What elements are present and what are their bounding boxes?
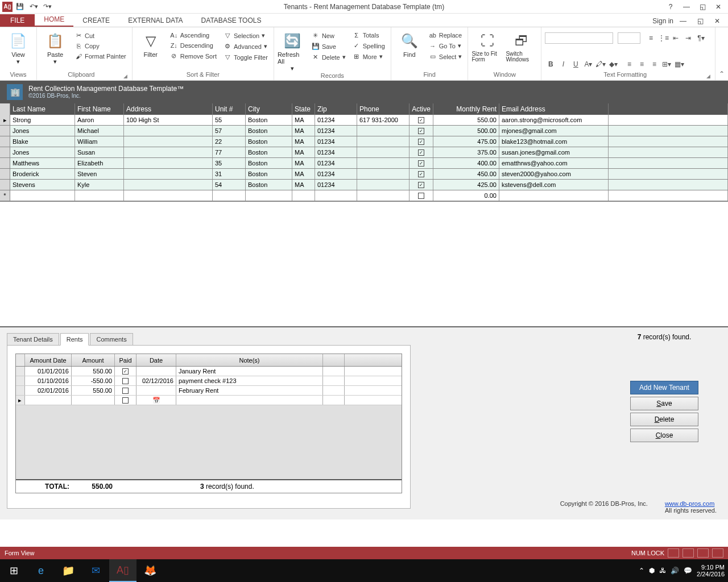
save-button[interactable]: Save <box>630 397 698 410</box>
tab-create[interactable]: CREATE <box>73 14 119 27</box>
gridlines-icon[interactable]: ⊞▾ <box>661 59 672 69</box>
rentcol-notes[interactable]: Note(s) <box>176 354 323 366</box>
tab-file[interactable]: FILE <box>0 14 35 27</box>
filter-button[interactable]: ▽Filter <box>136 31 166 58</box>
clock[interactable]: 9:10 PM 2/24/2016 <box>697 564 725 577</box>
col-city[interactable]: City <box>246 103 292 115</box>
checkbox-icon[interactable]: ✓ <box>418 149 424 156</box>
italic-icon[interactable]: I <box>557 59 569 69</box>
bold-icon[interactable]: B <box>545 59 556 69</box>
restore-icon[interactable]: ◱ <box>695 1 710 13</box>
tab-home[interactable]: HOME <box>35 13 73 27</box>
checkbox-icon[interactable]: ✓ <box>418 182 424 188</box>
col-state[interactable]: State <box>292 103 315 115</box>
col-unit[interactable]: Unit # <box>213 103 246 115</box>
checkbox-icon[interactable]: ✓ <box>418 171 424 177</box>
align-right-icon[interactable]: ≡ <box>648 59 660 69</box>
format-painter-button[interactable]: 🖌Format Painter <box>72 52 129 61</box>
rent-row[interactable]: 01/10/2016-550.0002/12/2016payment check… <box>16 376 402 386</box>
redo-icon[interactable]: ↷▾ <box>41 1 53 13</box>
tenant-row[interactable]: JonesMichael57BostonMA01234✓500.00mjones… <box>0 126 728 136</box>
save-record-button[interactable]: 💾Save <box>309 41 348 51</box>
col-lastname[interactable]: Last Name <box>10 103 75 115</box>
tab-comments[interactable]: Comments <box>90 333 133 346</box>
mdi-minimize-icon[interactable]: — <box>676 15 690 27</box>
selection-button[interactable]: ▽Selection▾ <box>221 31 270 40</box>
sign-in-link[interactable]: Sign in <box>652 17 673 25</box>
form-view-icon[interactable] <box>668 548 679 558</box>
volume-icon[interactable]: 🔊 <box>671 567 679 575</box>
spelling-button[interactable]: ✓Spelling <box>350 41 387 51</box>
checkbox-icon[interactable]: ✓ <box>418 160 424 167</box>
text-direction-icon[interactable]: ¶▾ <box>695 33 706 43</box>
rent-new-row[interactable]: ▸ 📅 <box>16 396 402 405</box>
fill-color-icon[interactable]: ◆▾ <box>607 59 619 69</box>
checkbox-icon[interactable]: ✓ <box>418 139 424 145</box>
close-button[interactable]: Close <box>630 429 698 442</box>
checkbox-icon[interactable] <box>122 378 129 384</box>
tab-rents[interactable]: Rents <box>60 333 89 346</box>
access-icon[interactable]: A▯ <box>109 559 136 582</box>
font-size-select[interactable] <box>618 32 640 44</box>
copy-button[interactable]: ⎘Copy <box>72 41 129 51</box>
rent-row[interactable]: 02/01/2016550.00February Rent <box>16 386 402 396</box>
dropbox-icon[interactable]: ⬢ <box>649 567 655 575</box>
clipboard-launcher-icon[interactable]: ◢ <box>122 73 129 79</box>
collapse-ribbon-icon[interactable]: ⌃ <box>715 27 728 80</box>
font-name-select[interactable] <box>545 32 613 44</box>
align-center-icon[interactable]: ≡ <box>636 59 647 69</box>
checkbox-icon[interactable] <box>122 388 129 394</box>
close-icon[interactable]: ✕ <box>711 1 726 13</box>
ascending-button[interactable]: A↓Ascending <box>168 31 219 40</box>
tenant-row[interactable]: MatthewsElizabeth35BostonMA01234✓400.00e… <box>0 158 728 169</box>
totals-button[interactable]: ΣTotals <box>350 31 387 40</box>
goto-button[interactable]: →Go To▾ <box>427 41 465 51</box>
start-button[interactable]: ⊞ <box>0 559 27 582</box>
help-icon[interactable]: ? <box>663 1 678 13</box>
network-icon[interactable]: 🖧 <box>659 567 666 575</box>
toggle-filter-button[interactable]: ▽Toggle Filter <box>221 52 270 62</box>
save-icon[interactable]: 💾 <box>14 1 26 13</box>
refresh-all-button[interactable]: 🔄Refresh All▾ <box>278 31 307 72</box>
minimize-icon[interactable]: — <box>679 1 694 13</box>
underline-icon[interactable]: U <box>570 59 581 69</box>
highlight-icon[interactable]: 🖍▾ <box>595 59 606 69</box>
action-center-icon[interactable]: 💬 <box>684 567 692 575</box>
col-email[interactable]: Email Address <box>499 103 609 115</box>
file-explorer-icon[interactable]: 📁 <box>55 559 82 582</box>
view-button[interactable]: 📄View▾ <box>3 31 33 65</box>
replace-button[interactable]: abReplace <box>427 31 465 40</box>
cut-button[interactable]: ✂Cut <box>72 31 129 40</box>
rentcol-paid[interactable]: Paid <box>115 354 136 366</box>
align-left-icon[interactable]: ≡ <box>623 59 635 69</box>
mdi-close-icon[interactable]: ✕ <box>710 15 725 27</box>
new-record-button[interactable]: ✳New <box>309 31 348 40</box>
rentcol-amount[interactable]: Amount <box>72 354 115 366</box>
paste-button[interactable]: 📋Paste▾ <box>40 31 70 65</box>
descending-button[interactable]: Z↓Descending <box>168 41 219 50</box>
datasheet-view-icon[interactable] <box>682 548 694 558</box>
switch-windows-button[interactable]: 🗗Switch Windows <box>506 31 537 63</box>
decrease-indent-icon[interactable]: ⇤ <box>670 33 681 43</box>
tab-database-tools[interactable]: DATABASE TOOLS <box>192 14 271 27</box>
tenant-row[interactable]: JonesSusan77BostonMA01234✓375.00susan.jo… <box>0 147 728 158</box>
tray-expand-icon[interactable]: ⌃ <box>639 567 644 575</box>
edge-icon[interactable]: e <box>27 559 55 582</box>
website-link[interactable]: www.db-pros.com <box>665 500 714 507</box>
checkbox-icon[interactable] <box>122 397 129 404</box>
col-zip[interactable]: Zip <box>315 103 357 115</box>
textformat-launcher-icon[interactable]: ◢ <box>705 73 712 79</box>
firefox-icon[interactable]: 🦊 <box>136 559 164 582</box>
tenant-row[interactable]: StevensKyle54BostonMA01234✓425.00ksteven… <box>0 180 728 190</box>
bullets-icon[interactable]: ≡ <box>645 33 656 43</box>
undo-icon[interactable]: ↶▾ <box>27 1 40 13</box>
design-view-icon[interactable] <box>712 548 723 558</box>
delete-button[interactable]: Delete <box>630 413 698 426</box>
col-firstname[interactable]: First Name <box>75 103 124 115</box>
rentcol-amountdate[interactable]: Amount Date <box>25 354 72 366</box>
mdi-restore-icon[interactable]: ◱ <box>693 15 708 27</box>
col-active[interactable]: Active <box>410 103 433 115</box>
tab-tenant-details[interactable]: Tenant Details <box>7 333 59 346</box>
font-color-icon[interactable]: A▾ <box>582 59 594 69</box>
outlook-icon[interactable]: ✉ <box>82 559 109 582</box>
